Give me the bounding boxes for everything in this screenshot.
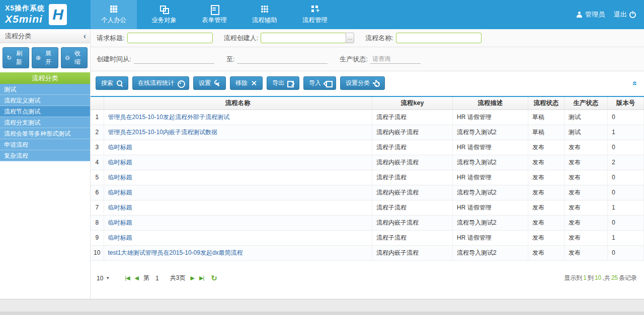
process-name-link[interactable]: 临时标题 [108, 234, 132, 241]
tab-process-assist[interactable]: 流程辅助 [242, 0, 288, 29]
process-desc-cell: HR 请假管理 [453, 230, 528, 245]
expand-button[interactable]: ⊕ 展开 [32, 47, 58, 68]
sidebar-item-apply-process[interactable]: 申请流程 [0, 139, 90, 150]
sidebar-item-complex-process[interactable]: 复杂流程 [0, 150, 90, 161]
sidebar-item-process-definition-test[interactable]: 流程定义测试 [0, 95, 90, 106]
process-name-link[interactable]: 临时标题 [108, 189, 132, 196]
collapse-button[interactable]: ⊖ 收缩 [61, 47, 88, 68]
process-status-cell: 草稿 [528, 125, 565, 140]
tab-business-objects[interactable]: 业务对象 [141, 0, 187, 29]
logout-button[interactable]: 退出 [614, 10, 636, 19]
col-name[interactable]: 流程名称 [104, 96, 372, 110]
date-from-input[interactable] [134, 54, 214, 64]
col-desc[interactable]: 流程描述 [453, 96, 528, 110]
sidebar-item-test[interactable]: 测试 [0, 84, 90, 95]
refresh-button[interactable]: ↻ 刷新 [3, 47, 29, 68]
table-row[interactable]: 8 临时标题 流程内嵌子流程 流程导入测试2 发布 发布 0 [91, 215, 644, 230]
sidebar-item-countersign-test[interactable]: 流程会签等多种形式测试 [0, 128, 90, 139]
nav-tab-label: 流程管理 [302, 16, 328, 25]
toolbar-button-label: 设置分类 [346, 79, 370, 87]
request-title-label: 请求标题: [97, 34, 125, 43]
export-button[interactable]: 导出 [267, 76, 299, 90]
gear-icon [373, 80, 379, 86]
version-cell: 0 [608, 170, 644, 185]
apps-grid-icon [109, 5, 119, 14]
process-name-link[interactable]: 临时标题 [108, 219, 132, 226]
table-row[interactable]: 7 临时标题 流程子流程 HR 请假管理 发布 发布 1 [91, 200, 644, 215]
col-prod[interactable]: 生产状态 [565, 96, 608, 110]
last-page-button[interactable]: ▶| [199, 275, 204, 281]
sidebar-item-label: 测试 [4, 86, 16, 93]
prod-status-label: 生产状态: [340, 55, 368, 64]
settings-button[interactable]: 设置 [193, 76, 226, 90]
sidebar-item-label: 流程节点测试 [4, 108, 40, 115]
set-category-button[interactable]: 设置分类 [340, 76, 385, 90]
toolbar-button-label: 搜索 [101, 79, 113, 87]
process-name-link[interactable]: 管理员在2015-10-10内嵌子流程测试数据 [108, 129, 217, 136]
process-name-input[interactable] [396, 33, 481, 43]
logo-h-icon: H [49, 4, 67, 25]
toolbar-button-label: 移除 [235, 79, 248, 87]
reload-grid-icon[interactable]: ↻ [211, 274, 217, 283]
date-to-input[interactable] [237, 54, 328, 64]
search-icon [116, 80, 123, 86]
user-area: 管理员 退出 [577, 0, 644, 29]
table-row[interactable]: 2 管理员在2015-10-10内嵌子流程测试数据 流程内嵌子流程 流程导入测试… [91, 125, 644, 140]
user-menu[interactable]: 管理员 [577, 10, 605, 19]
prod-status-cell: 发布 [565, 170, 608, 185]
col-key[interactable]: 流程key [372, 96, 453, 110]
table-row[interactable]: 5 临时标题 流程子流程 HR 请假管理 发布 发布 0 [91, 170, 644, 185]
process-name-link[interactable]: 临时标题 [108, 159, 132, 166]
request-title-input[interactable] [127, 33, 213, 43]
table-row[interactable]: 9 临时标题 流程子流程 HR 请假管理 发布 发布 1 [91, 230, 644, 245]
process-desc-cell: HR 请假管理 [453, 140, 528, 155]
process-name-link[interactable]: 临时标题 [108, 144, 132, 151]
collapse-panel-icon[interactable]: « [629, 79, 639, 87]
tab-personal-office[interactable]: 个人办公 [91, 0, 137, 29]
refresh-icon: ↻ [7, 54, 12, 61]
process-desc-cell: 流程导入测试2 [453, 125, 528, 140]
first-page-button[interactable]: |◀ [125, 275, 129, 281]
process-status-cell: 发布 [528, 140, 565, 155]
online-process-stats-button[interactable]: 在线流程统计 [132, 76, 189, 90]
current-page-input[interactable]: 1 [155, 275, 159, 282]
next-page-button[interactable]: ▶ [190, 275, 194, 281]
table-row[interactable]: 3 临时标题 流程子流程 HR 请假管理 发布 发布 0 [91, 140, 644, 155]
prod-status-input[interactable] [370, 54, 421, 64]
process-name-link[interactable]: test1大雄测试管理员在2015-10-09发起dx最简流程 [108, 249, 243, 256]
stacked-objects-icon [159, 5, 169, 14]
sidebar-item-process-branch-test[interactable]: 流程分支测试 [0, 117, 90, 128]
creator-input[interactable] [261, 33, 346, 43]
dots-grid-icon [260, 5, 270, 14]
remove-button[interactable]: 移除 [230, 76, 263, 90]
page-nav: |◀ ◀ 第 1 共3页 ▶ ▶| ↻ [125, 274, 217, 283]
row-index: 3 [91, 140, 104, 155]
summary-count: 25 [610, 274, 619, 281]
tab-form-management[interactable]: 表单管理 [191, 0, 237, 29]
form-icon [209, 5, 219, 14]
page-size-value: 10 [97, 275, 103, 282]
prev-page-button[interactable]: ◀ [135, 275, 138, 281]
main-nav: 个人办公 业务对象 表单管理 流程辅助 流程管理 [91, 0, 342, 29]
process-name-link[interactable]: 临时标题 [108, 174, 132, 181]
table-row[interactable]: 4 临时标题 流程内嵌子流程 流程导入测试2 发布 发布 2 [91, 155, 644, 170]
page-size-select[interactable]: 10 ▼ [97, 275, 110, 282]
import-button[interactable]: 导入 [303, 76, 336, 90]
search-button[interactable]: 搜索 [96, 76, 128, 90]
table-row[interactable]: 6 临时标题 流程内嵌子流程 流程导入测试2 发布 发布 0 [91, 185, 644, 200]
collapse-sidebar-icon[interactable]: ‹ [84, 29, 86, 43]
col-version[interactable]: 版本号 [608, 96, 644, 110]
table-row[interactable]: 1 管理员在2015-10-10发起流程外部子流程测试 流程子流程 HR 请假管… [91, 110, 644, 125]
tab-process-management[interactable]: 流程管理 [292, 0, 338, 29]
process-name-link[interactable]: 临时标题 [108, 204, 132, 211]
creator-picker-button[interactable]: … [346, 33, 354, 43]
process-name-cell: 临时标题 [104, 230, 372, 245]
col-status[interactable]: 流程状态 [528, 96, 565, 110]
version-cell: 0 [608, 185, 644, 200]
row-index: 8 [91, 215, 104, 230]
table-row[interactable]: 10 test1大雄测试管理员在2015-10-09发起dx最简流程 流程内嵌子… [91, 245, 644, 260]
process-name-label: 流程名称: [365, 34, 393, 43]
toolbar-button-label: 在线流程统计 [138, 79, 174, 87]
process-name-link[interactable]: 管理员在2015-10-10发起流程外部子流程测试 [108, 114, 229, 121]
sidebar-item-process-node-test[interactable]: 流程节点测试 [0, 106, 90, 117]
